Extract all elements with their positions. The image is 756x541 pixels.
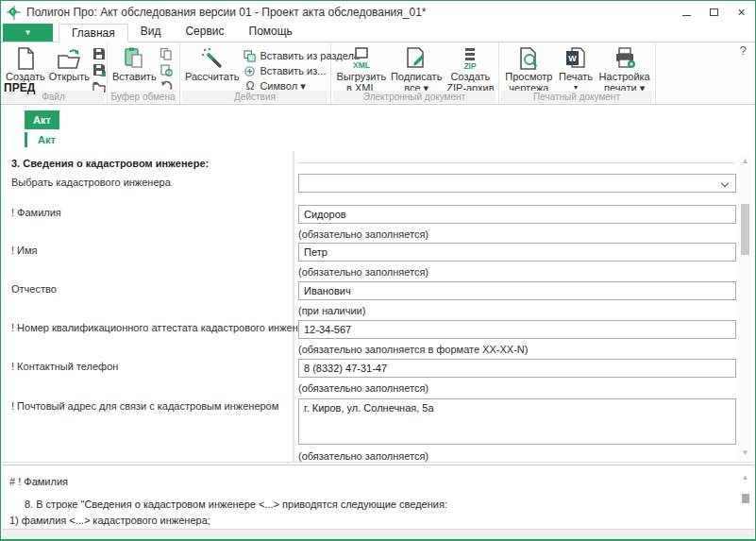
field-label-patronymic: Отчество [11, 283, 57, 295]
svg-text:XML: XML [353, 60, 370, 70]
address-textarea[interactable]: г. Киров, ул. Солнечная, 5а [298, 398, 736, 445]
tab-vid[interactable]: Вид [128, 23, 174, 42]
tab-pomosch[interactable]: Помощь [237, 23, 305, 42]
nav-item-akt[interactable]: Акт [25, 132, 56, 147]
print-settings-button[interactable]: Настройка печати ▾ [597, 45, 652, 94]
hint-panel: # ! Фамилия 8. В строке "Сведения о када… [2, 465, 754, 529]
magic-wand-icon [200, 46, 225, 71]
chevron-down-icon: ▼ [25, 28, 32, 37]
paste-clipboard-icon [122, 46, 146, 71]
close-button[interactable]: × [728, 1, 755, 24]
printer-icon [613, 46, 637, 71]
scroll-up-icon[interactable]: ▲ [739, 473, 751, 482]
field-hint: (обязательно заполняется) [298, 450, 428, 462]
print-button[interactable]: W Печать ▾ [557, 45, 595, 94]
svg-text:ZIP: ZIP [464, 61, 478, 71]
nav-item-label: Акт [38, 134, 56, 145]
field-label-phone: ! Контактный телефон [11, 361, 118, 372]
field-label-select-engineer: Выбрать кадастрового инженера [11, 177, 171, 188]
tab-servis[interactable]: Сервис [173, 23, 236, 42]
name-input[interactable] [298, 243, 736, 262]
paste-special-icon[interactable] [160, 63, 173, 76]
patronymic-input[interactable] [298, 281, 736, 300]
button-label: Печать [559, 71, 593, 82]
xml-icon: XML [349, 46, 374, 71]
scroll-down-icon[interactable]: ▼ [739, 448, 751, 457]
button-label: Просмотр [505, 71, 552, 82]
preview-drawing-button[interactable]: Просмотр чертежа [503, 45, 554, 94]
calculate-button[interactable]: Рассчитать [183, 45, 241, 83]
ribbon-group-file: Создать Открыть Файл [1, 42, 108, 104]
insert-from-icon [244, 65, 256, 77]
field-hint: (обязательно заполняется) [298, 266, 428, 278]
word-doc-icon: W [563, 46, 588, 71]
save-icon[interactable] [92, 47, 106, 60]
group-caption-edocument: Электронный документ [333, 91, 496, 103]
hint-panel-text: 8. В строке "Сведения о кадастровом инже… [9, 499, 447, 510]
ribbon-group-actions: Рассчитать Вставить из раздела Вставить … [180, 42, 331, 104]
field-hint: (при наличии) [298, 305, 365, 316]
scroll-thumb[interactable] [742, 494, 749, 503]
field-hint: (обязательно заполняется) [298, 382, 428, 394]
app-window: Полигон Про: Акт обследования версии 01 … [0, 0, 756, 541]
tab-glavnaya[interactable]: Главная [59, 24, 128, 42]
open-button[interactable]: Открыть [47, 45, 92, 83]
help-button[interactable]: ? [740, 43, 747, 58]
hint-panel-scrollbar[interactable]: ▲ [739, 467, 751, 526]
titlebar: Полигон Про: Акт обследования версии 01 … [1, 1, 755, 24]
doc-search-icon [516, 46, 541, 71]
button-label: Выгрузить [336, 71, 386, 82]
button-label: Вставить [112, 71, 157, 82]
insert-section-icon [244, 50, 256, 62]
background-text-pred: ПРЕД [4, 81, 35, 94]
maximize-icon [710, 8, 718, 16]
field-label-name: ! Имя [11, 245, 38, 256]
engineer-select[interactable] [298, 174, 736, 193]
separator-line [298, 162, 735, 163]
hint-panel-title: # ! Фамилия [9, 476, 68, 487]
ribbon-group-clipboard: Вставить Буфер обмена [108, 42, 180, 104]
export-xml-button[interactable]: XML Выгрузить в XML [334, 45, 388, 94]
field-label-certificate: ! Номер квалификационного аттестата када… [11, 322, 315, 333]
open-folder-icon [57, 46, 81, 71]
field-hint: (обязательно заполняется) [298, 228, 428, 240]
new-document-icon [13, 46, 38, 71]
button-label: Создать [450, 71, 490, 82]
chevron-down-icon [721, 179, 729, 187]
section-title: 3. Сведения о кадастровом инженере: [11, 158, 209, 169]
scroll-thumb[interactable] [741, 204, 749, 255]
phone-input[interactable] [298, 359, 736, 378]
button-label: Подписать [391, 71, 442, 82]
window-title: Полигон Про: Акт обследования версии 01 … [26, 6, 427, 19]
column-divider [293, 151, 294, 463]
scroll-up-icon[interactable]: ▲ [739, 157, 751, 165]
hint-panel-text: 1) фамилия <...> кадастрового инженера; [9, 515, 210, 526]
save-as-icon[interactable] [92, 63, 106, 76]
button-label: Открыть [49, 71, 90, 82]
surname-input[interactable] [298, 205, 736, 224]
group-caption-clipboard: Буфер обмена [109, 91, 176, 103]
svg-text:W: W [568, 54, 577, 63]
doc-tab-akt[interactable]: Акт [25, 110, 59, 129]
file-menu-button[interactable]: ▼ [3, 24, 53, 42]
ribbon: Создать Открыть Файл Вставить [1, 42, 755, 105]
maximize-button[interactable] [700, 1, 728, 24]
paste-button[interactable]: Вставить [110, 45, 159, 83]
form-scrollbar[interactable]: ▲ ▼ [739, 154, 751, 460]
field-hint: (обязательно заполняется в формате XX-XX… [298, 344, 528, 355]
group-caption-print: Печатный документ [501, 91, 652, 103]
copy-icon[interactable] [160, 47, 173, 60]
zip-icon: ZIP [458, 46, 482, 71]
minimize-button[interactable] [673, 1, 700, 24]
group-caption-actions: Действия [182, 91, 328, 103]
app-logo-icon [8, 7, 20, 19]
sign-icon [404, 46, 428, 71]
ribbon-tab-row: ▼ Главная Вид Сервис Помощь [1, 24, 755, 42]
new-button[interactable]: Создать [4, 45, 47, 83]
button-label: Настройка [599, 71, 650, 82]
minimize-icon [682, 15, 691, 16]
create-zip-button[interactable]: ZIP Создать ZIP-архив [445, 45, 496, 94]
certificate-input[interactable] [298, 320, 736, 339]
sign-all-button[interactable]: Подписать все ▾ [389, 45, 444, 94]
field-label-address: ! Почтовый адрес для связи с кадастровым… [11, 400, 278, 412]
